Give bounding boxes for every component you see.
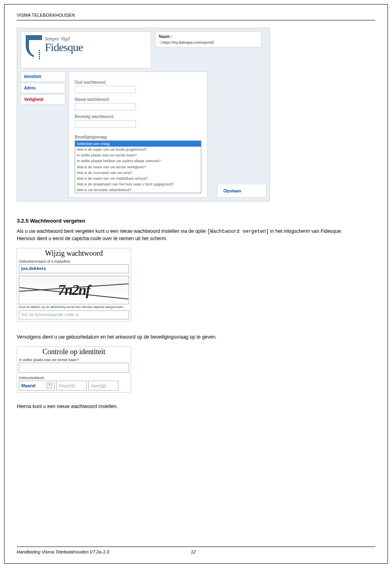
jaar-input[interactable]: Jaar(jjjj) bbox=[88, 381, 118, 390]
identiteit-title: Controle op identiteit bbox=[18, 348, 130, 356]
question-option[interactable]: Wat is de naam van uw beste jeugdvriend? bbox=[75, 147, 201, 152]
vervolgens-text: Vervolgens dient u uw geboortedatum en h… bbox=[17, 334, 375, 341]
input-nieuw[interactable] bbox=[75, 103, 136, 110]
naam-url: ‹|›https://my.fidesque.com/openid/ bbox=[159, 40, 258, 45]
logo-brand: Fidesque bbox=[45, 42, 83, 52]
section-heading: 3.2.5 Wachtwoord vergeten bbox=[17, 218, 375, 224]
nav-identiteit[interactable]: Identiteit bbox=[20, 71, 65, 82]
footer-page: 12 bbox=[191, 549, 196, 554]
fidesque-screenshot: Semper Vigil Fidesque Naam : ‹|›https://… bbox=[17, 28, 270, 201]
hierna-text: Hierna kunt u een nieuw wachtwoord inste… bbox=[17, 403, 375, 410]
captcha-hint: Door te klikken op de afbeelding wordt e… bbox=[19, 305, 129, 309]
dag-input[interactable]: Dag(dd) bbox=[56, 381, 87, 390]
label-nieuw: Nieuw wachtwoord bbox=[75, 97, 201, 102]
wijzig-wachtwoord-screenshot: Wijzig wachtwoord Gebruikersnaam of e-ma… bbox=[17, 248, 131, 321]
question-option[interactable]: Wat is de naam van uw middelbare school? bbox=[75, 176, 201, 181]
section-paragraph: Als u uw wachtwoord bent vergeten kunt u… bbox=[17, 228, 375, 242]
nav-veiligheid[interactable]: Veiligheid bbox=[20, 94, 65, 105]
chevron-down-icon: ˅ bbox=[47, 383, 52, 388]
question-option[interactable]: Wat is de straatnaam van het huis waar u… bbox=[75, 181, 201, 187]
naam-box: Naam : ‹|›https://my.fidesque.com/openid… bbox=[155, 31, 261, 47]
username-input[interactable]: jos.dekkers bbox=[19, 264, 129, 273]
wachtwoord-vergeten-link: [Wachtwoord vergeten] bbox=[207, 229, 269, 234]
captcha-image[interactable]: 7n2nf bbox=[19, 276, 129, 304]
save-button[interactable]: Opslaan bbox=[223, 188, 241, 193]
maand-select[interactable]: Maand ˅ bbox=[19, 381, 55, 390]
question-option[interactable]: Wat is de voornaam van uw oma? bbox=[75, 170, 201, 176]
side-nav: Identiteit Adres Veiligheid bbox=[20, 71, 65, 198]
fidesque-logo-box: Semper Vigil Fidesque bbox=[20, 31, 151, 68]
nav-adres[interactable]: Adres bbox=[20, 83, 65, 93]
logo-dots-icon bbox=[39, 50, 40, 60]
identiteit-question: In welke plaats was uw eerste baan? bbox=[19, 358, 130, 362]
save-box: Opslaan bbox=[217, 184, 266, 198]
label-oud: Oud wachtwoord bbox=[75, 80, 201, 85]
question-option[interactable]: In welke plaats was uw eerste baan? bbox=[75, 152, 201, 158]
captcha-input[interactable]: Vul de bovenstaande code in bbox=[19, 310, 129, 319]
identiteit-answer-input[interactable] bbox=[19, 363, 129, 373]
naam-label: Naam : bbox=[159, 34, 258, 39]
label-bevestig: Bevestig wachtwoord bbox=[75, 114, 201, 119]
controle-identiteit-screenshot: Controle op identiteit In welke plaats w… bbox=[17, 346, 131, 393]
footer-left: Handleiding Visma Teleboekhouden V7.2a-1… bbox=[17, 549, 109, 554]
password-form: Oud wachtwoord Nieuw wachtwoord Bevestig… bbox=[69, 71, 207, 198]
question-option[interactable]: Selecteer een vraag bbox=[75, 141, 201, 147]
question-option[interactable]: Wat is de naam van uw eerste werkgever? bbox=[75, 164, 201, 170]
geboortedatum-label: Geboortedatum bbox=[19, 376, 130, 380]
input-bevestig[interactable] bbox=[75, 120, 136, 127]
doc-footer: Handleiding Visma Teleboekhouden V7.2a-1… bbox=[17, 547, 375, 554]
question-option[interactable]: In welke plaatst hebben uw ouders elkaar… bbox=[75, 158, 201, 164]
wijzig-sub: Gebruikersnaam of e-mailadres bbox=[19, 259, 130, 263]
doc-header: VISMA TELEBOEKHOUDEN bbox=[17, 13, 375, 20]
wijzig-title: Wijzig wachtwoord bbox=[18, 249, 130, 258]
label-beveiligingsvraag: Beveiligingsvraag bbox=[75, 135, 201, 139]
question-option[interactable]: Wat is uw favoriete vakantieland? bbox=[75, 187, 201, 193]
security-question-dropdown[interactable]: Selecteer een vraag Wat is de naam van u… bbox=[75, 141, 201, 193]
input-oud[interactable] bbox=[75, 86, 136, 93]
